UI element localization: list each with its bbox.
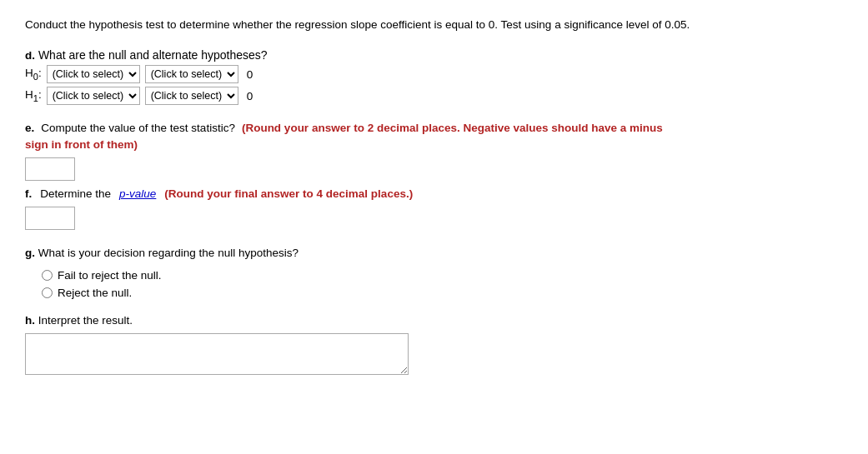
reject-null-option: Reject the null. <box>25 287 843 299</box>
section-e-sign-note-line: sign in front of them) <box>25 137 843 151</box>
h1-select2[interactable]: (Click to select) β₁ = 0 β₁ ≠ 0 β₁ < 0 β… <box>145 87 238 105</box>
fail-to-reject-radio[interactable] <box>42 270 53 281</box>
section-e-question: Compute the value of the test statistic? <box>41 122 235 134</box>
h0-select1[interactable]: (Click to select) β₁ = 0 β₁ ≠ 0 β₁ < 0 β… <box>47 65 140 83</box>
section-f-p-value: p-value <box>119 187 156 200</box>
h1-zero: 0 <box>247 90 253 102</box>
section-g: g. What is your decision regarding the n… <box>25 247 843 299</box>
section-f: f. Determine the p-value (Round your fin… <box>25 187 843 230</box>
section-g-label: g. <box>25 247 35 259</box>
intro-text: Conduct the hypothesis test to determine… <box>25 17 843 33</box>
section-h-textarea[interactable] <box>25 333 409 375</box>
section-d: d. What are the null and alternate hypot… <box>25 48 843 105</box>
h0-zero: 0 <box>247 68 253 81</box>
section-f-label: f. <box>25 187 32 200</box>
section-g-question: What is your decision regarding the null… <box>38 247 299 259</box>
section-h: h. Interpret the result. <box>25 314 843 375</box>
section-e-sign-note: sign in front of them) <box>25 138 138 151</box>
h1-select1[interactable]: (Click to select) β₁ = 0 β₁ ≠ 0 β₁ < 0 β… <box>47 87 140 105</box>
section-f-answer-input[interactable] <box>25 207 75 230</box>
section-f-round-note: (Round your final answer to 4 decimal pl… <box>164 187 413 200</box>
h1-label: H1: <box>25 88 42 103</box>
reject-null-radio[interactable] <box>42 287 53 298</box>
section-f-question-line: f. Determine the p-value (Round your fin… <box>25 187 843 200</box>
section-h-question: Interpret the result. <box>38 314 133 327</box>
section-e-label: e. <box>25 122 34 134</box>
h0-row: H0: (Click to select) β₁ = 0 β₁ ≠ 0 β₁ <… <box>25 65 843 83</box>
fail-to-reject-label: Fail to reject the null. <box>58 269 162 282</box>
section-g-question-line: g. What is your decision regarding the n… <box>25 247 843 259</box>
section-e-round-note: (Round your answer to 2 decimal places. … <box>242 122 663 134</box>
section-h-question-line: h. Interpret the result. <box>25 314 843 327</box>
section-f-question: Determine the <box>40 187 111 200</box>
h1-row: H1: (Click to select) β₁ = 0 β₁ ≠ 0 β₁ <… <box>25 87 843 105</box>
section-d-label: d. <box>25 49 35 62</box>
h0-select2[interactable]: (Click to select) β₁ = 0 β₁ ≠ 0 β₁ < 0 β… <box>145 65 238 83</box>
section-d-question: What are the null and alternate hypothes… <box>38 48 268 62</box>
section-e-question-line: e. Compute the value of the test statist… <box>25 122 843 134</box>
fail-to-reject-option: Fail to reject the null. <box>25 269 843 282</box>
section-e: e. Compute the value of the test statist… <box>25 122 843 181</box>
h0-label: H0: <box>25 67 42 82</box>
section-h-label: h. <box>25 314 35 327</box>
section-e-answer-input[interactable] <box>25 157 75 181</box>
reject-null-label: Reject the null. <box>58 287 132 299</box>
